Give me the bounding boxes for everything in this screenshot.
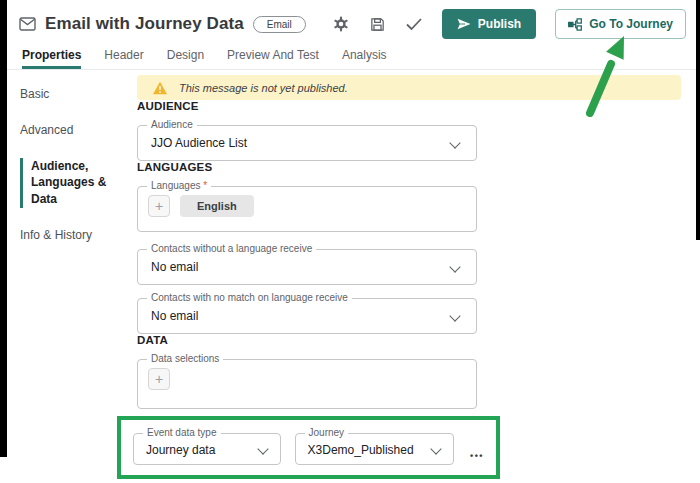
journey-flow-icon (568, 18, 582, 31)
annotation-highlight-box: Event data type Journey data Journey X3D… (117, 416, 500, 479)
sidebar-item-basic[interactable]: Basic (20, 86, 108, 103)
properties-sidebar: Basic Advanced Audience, Languages & Dat… (7, 70, 130, 479)
journey-select[interactable]: Journey X3Demo_Published (295, 433, 455, 465)
publish-button-label: Publish (478, 17, 521, 31)
tab-header[interactable]: Header (104, 48, 143, 69)
sidebar-item-audience-languages-data[interactable]: Audience, Languages & Data (20, 158, 108, 208)
add-language-button[interactable]: + (148, 195, 170, 217)
add-data-selection-button[interactable]: + (148, 368, 170, 390)
banner-text: This message is not yet published. (179, 82, 348, 94)
validation-check-icon[interactable] (405, 17, 423, 31)
go-to-journey-label: Go To Journey (589, 17, 673, 31)
contacts-no-match-select[interactable]: Contacts with no match on language recei… (137, 298, 477, 334)
languages-field: Languages * + English (137, 186, 477, 232)
tab-properties[interactable]: Properties (22, 48, 81, 69)
header-actions: Publish Go To Journey (332, 9, 686, 39)
save-icon[interactable] (369, 16, 386, 33)
audience-selected-value: JJO Audience List (138, 126, 476, 160)
contacts-without-language-select[interactable]: Contacts without a language receive No e… (137, 249, 477, 285)
properties-panel: This message is not yet published. AUDIE… (130, 70, 700, 479)
settings-gear-icon[interactable] (332, 15, 350, 33)
message-type-badge: Email (253, 16, 306, 33)
tab-preview-and-test[interactable]: Preview And Test (227, 48, 319, 69)
language-chip-english[interactable]: English (180, 195, 254, 217)
event-data-type-select[interactable]: Event data type Journey data (133, 433, 281, 465)
audience-field-label: Audience (147, 119, 197, 130)
screen-edge-right (696, 0, 700, 240)
screen-edge-left (0, 0, 7, 457)
more-options-button[interactable]: ••• (468, 449, 486, 463)
go-to-journey-button[interactable]: Go To Journey (555, 9, 686, 39)
audience-section-heading: AUDIENCE (137, 100, 681, 112)
event-data-type-label: Event data type (143, 427, 221, 438)
unpublished-warning-banner: This message is not yet published. (137, 75, 681, 100)
tab-design[interactable]: Design (167, 48, 204, 69)
journey-field-label: Journey (305, 427, 349, 438)
email-icon (19, 17, 36, 31)
tab-bar: Properties Header Design Preview And Tes… (19, 48, 686, 69)
page-title: Email with Journey Data (45, 14, 244, 34)
data-selections-label: Data selections (147, 353, 223, 364)
required-asterisk: * (203, 180, 207, 191)
contacts-no-match-value: No email (138, 299, 476, 333)
audience-select[interactable]: Audience JJO Audience List (137, 125, 477, 161)
header: Email with Journey Data Email Publish (7, 0, 700, 69)
sidebar-item-info-history[interactable]: Info & History (20, 227, 108, 244)
email-editor-window: Email with Journey Data Email Publish (7, 0, 700, 479)
tab-analysis[interactable]: Analysis (342, 48, 387, 69)
languages-section-heading: LANGUAGES (137, 161, 681, 173)
contacts-without-language-value: No email (138, 250, 476, 284)
data-section-heading: DATA (137, 334, 681, 346)
publish-button[interactable]: Publish (442, 9, 536, 39)
send-icon (457, 18, 471, 30)
languages-field-label: Languages * (147, 180, 211, 191)
warning-icon (152, 81, 168, 95)
contacts-without-language-label: Contacts without a language receive (147, 243, 316, 254)
sidebar-item-advanced[interactable]: Advanced (20, 122, 108, 139)
data-selections-field: Data selections + (137, 359, 477, 409)
contacts-no-match-label: Contacts with no match on language recei… (147, 292, 352, 303)
